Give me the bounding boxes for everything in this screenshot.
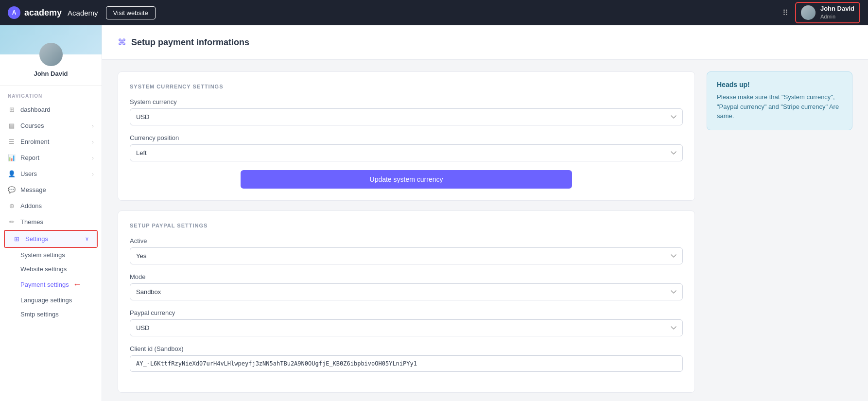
- main-content: ⌘ Setup payment informations SYSTEM CURR…: [102, 25, 868, 401]
- report-icon: 📊: [8, 154, 16, 161]
- topnav-user-menu[interactable]: John David Admin: [795, 2, 860, 23]
- sidebar-sub-website-settings[interactable]: Website settings: [0, 262, 102, 276]
- courses-icon: ▤: [8, 122, 16, 129]
- sidebar-sub-system-settings[interactable]: System settings: [0, 248, 102, 262]
- client-id-group: Client id (Sandbox): [130, 345, 683, 372]
- paypal-active-label: Active: [130, 237, 683, 244]
- paypal-mode-label: Mode: [130, 273, 683, 280]
- sidebar-item-dashboard[interactable]: ⊞ dashboard: [0, 102, 102, 118]
- chevron-right-icon: ›: [92, 171, 94, 177]
- paypal-currency-select[interactable]: USD EUR GBP: [130, 319, 683, 336]
- info-card: Heads up! Please make sure that "System …: [707, 71, 852, 130]
- sidebar-item-label: Report: [20, 154, 39, 161]
- logo-icon: A: [8, 6, 20, 19]
- avatar: [801, 5, 816, 20]
- logo-text: academy: [24, 8, 62, 18]
- visit-website-button[interactable]: Visit website: [106, 6, 156, 19]
- info-card-text: Please make sure that "System currency",…: [717, 92, 842, 121]
- users-icon: 👤: [8, 170, 16, 177]
- nav-section-label: NAVIGATION: [0, 86, 102, 102]
- sidebar-item-label: Courses: [20, 122, 44, 129]
- sidebar-sub-smtp-settings[interactable]: Smtp settings: [0, 307, 102, 321]
- user-role: Admin: [820, 13, 854, 20]
- settings-icon: ⊞: [13, 235, 20, 243]
- sidebar-item-label: Addons: [20, 202, 42, 209]
- paypal-active-select[interactable]: Yes No: [130, 247, 683, 264]
- themes-icon: ✏: [8, 218, 16, 226]
- sidebar-item-report[interactable]: 📊 Report ›: [0, 150, 102, 166]
- addons-icon: ⊕: [8, 202, 16, 209]
- client-id-input[interactable]: [130, 355, 683, 372]
- sidebar-item-settings[interactable]: ⊞ Settings ∨: [5, 231, 97, 247]
- paypal-mode-group: Mode Sandbox Live: [130, 273, 683, 300]
- page-header-icon: ⌘: [118, 37, 126, 48]
- page-header: ⌘ Setup payment informations: [102, 25, 868, 60]
- currency-label: System currency: [130, 98, 683, 105]
- sidebar-item-message[interactable]: 💬 Message: [0, 182, 102, 198]
- message-icon: 💬: [8, 186, 16, 193]
- content-right: Heads up! Please make sure that "System …: [707, 71, 852, 393]
- sidebar-item-label: Users: [20, 170, 37, 177]
- body-layout: John David NAVIGATION ⊞ dashboard ▤ Cour…: [0, 25, 868, 401]
- sidebar-item-label: Message: [20, 186, 46, 193]
- sidebar-item-addons[interactable]: ⊕ Addons: [0, 198, 102, 214]
- paypal-section-title: SETUP PAYPAL SETTINGS: [130, 223, 683, 228]
- currency-position-group: Currency position Left Right: [130, 134, 683, 161]
- topnav: A academy Academy Visit website ⠿ John D…: [0, 0, 868, 25]
- currency-settings-card: SYSTEM CURRENCY SETTINGS System currency…: [118, 71, 695, 201]
- topnav-app-name: Academy: [68, 9, 98, 17]
- avatar-image: [801, 5, 816, 20]
- grid-icon[interactable]: ⠿: [782, 8, 788, 17]
- paypal-active-group: Active Yes No: [130, 237, 683, 264]
- position-label: Currency position: [130, 134, 683, 141]
- position-select[interactable]: Left Right: [130, 144, 683, 161]
- paypal-mode-select[interactable]: Sandbox Live: [130, 283, 683, 300]
- chevron-right-icon: ›: [92, 139, 94, 145]
- sidebar-item-courses[interactable]: ▤ Courses ›: [0, 118, 102, 134]
- active-arrow-icon: ←: [73, 279, 82, 290]
- info-card-title: Heads up!: [717, 81, 842, 88]
- chevron-right-icon: ›: [92, 123, 94, 129]
- user-name: John David: [820, 5, 854, 13]
- sidebar-username: John David: [34, 70, 68, 77]
- client-id-label: Client id (Sandbox): [130, 345, 683, 352]
- sidebar-item-users[interactable]: 👤 Users ›: [0, 166, 102, 182]
- dashboard-icon: ⊞: [8, 106, 16, 113]
- currency-select[interactable]: USD EUR GBP: [130, 108, 683, 125]
- paypal-settings-card: SETUP PAYPAL SETTINGS Active Yes No Mode…: [118, 210, 695, 393]
- content-grid: SYSTEM CURRENCY SETTINGS System currency…: [102, 60, 868, 401]
- page-title: Setup payment informations: [131, 37, 249, 48]
- sidebar-item-enrolment[interactable]: ☰ Enrolment ›: [0, 134, 102, 150]
- currency-section-title: SYSTEM CURRENCY SETTINGS: [130, 84, 683, 89]
- sidebar-profile: John David: [0, 25, 102, 86]
- user-info: John David Admin: [820, 5, 854, 20]
- paypal-currency-group: Paypal currency USD EUR GBP: [130, 309, 683, 336]
- update-currency-button[interactable]: Update system currency: [241, 170, 573, 189]
- sidebar-sub-language-settings[interactable]: Language settings: [0, 293, 102, 307]
- content-left: SYSTEM CURRENCY SETTINGS System currency…: [118, 71, 695, 393]
- sidebar-item-themes[interactable]: ✏ Themes: [0, 214, 102, 230]
- sidebar-sub-payment-settings[interactable]: Payment settings ←: [0, 276, 102, 293]
- topnav-right: ⠿ John David Admin: [782, 2, 860, 23]
- enrolment-icon: ☰: [8, 138, 16, 145]
- sidebar-item-label: Themes: [20, 218, 43, 226]
- topnav-logo: A academy: [8, 6, 62, 19]
- chevron-down-icon: ∨: [85, 236, 89, 242]
- sidebar-item-label: dashboard: [20, 106, 50, 113]
- sidebar-avatar: [39, 43, 63, 66]
- settings-highlighted-container: ⊞ Settings ∨: [4, 230, 98, 248]
- chevron-right-icon: ›: [92, 155, 94, 161]
- sidebar-item-label: Enrolment: [20, 138, 49, 145]
- system-currency-group: System currency USD EUR GBP: [130, 98, 683, 125]
- paypal-currency-label: Paypal currency: [130, 309, 683, 316]
- sidebar-item-label: Settings: [25, 235, 48, 243]
- sidebar: John David NAVIGATION ⊞ dashboard ▤ Cour…: [0, 25, 102, 401]
